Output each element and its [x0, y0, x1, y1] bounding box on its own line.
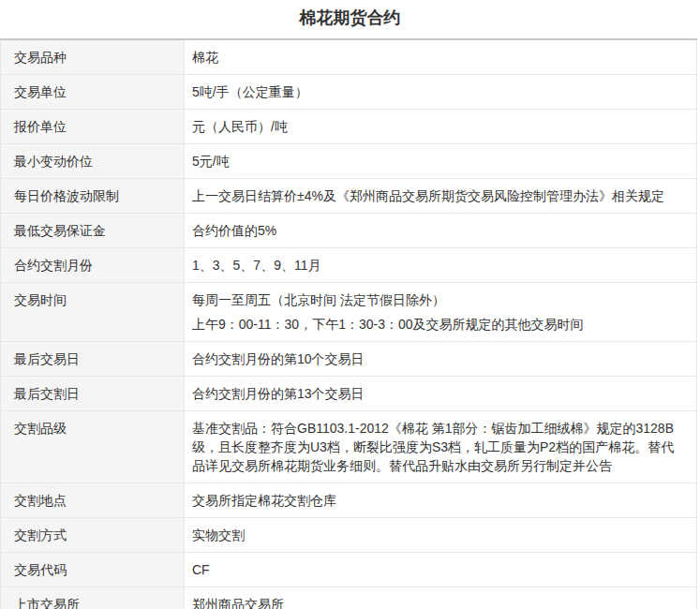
row-value-quote-unit: 元（人民币）/吨: [185, 110, 697, 144]
table-row: 交易时间 每周一至周五（北京时间 法定节假日除外） 上午9：00-11：30，下…: [1, 283, 697, 342]
row-label-daily-price-limit: 每日价格波动限制: [1, 179, 185, 214]
trading-hours-line-2: 上午9：00-11：30，下午1：30-3：00及交易所规定的其他交易时间: [192, 315, 685, 334]
row-value-delivery-place: 交易所指定棉花交割仓库: [185, 483, 697, 518]
row-value-trading-unit: 5吨/手（公定重量）: [185, 75, 697, 110]
row-value-last-delivery-day: 合约交割月份的第13个交易日: [185, 377, 697, 411]
row-label-delivery-method: 交割方式: [1, 518, 185, 553]
table-row: 合约交割月份 1、3、5、7、9、11月: [1, 248, 697, 283]
row-label-quote-unit: 报价单位: [1, 110, 185, 144]
table-row: 最小变动价位 5元/吨: [1, 144, 697, 179]
row-value-listing-exchange: 郑州商品交易所: [185, 587, 697, 609]
row-value-trading-variety: 棉花: [185, 39, 697, 75]
row-label-min-tick: 最小变动价位: [1, 144, 185, 179]
table-row: 交易代码 CF: [1, 553, 697, 587]
contract-spec-table: 交易品种 棉花 交易单位 5吨/手（公定重量） 报价单位 元（人民币）/吨 最小…: [0, 38, 697, 609]
row-label-last-trading-day: 最后交易日: [1, 342, 185, 377]
row-value-trading-hours: 每周一至周五（北京时间 法定节假日除外） 上午9：00-11：30，下午1：30…: [185, 283, 697, 342]
row-label-trading-variety: 交易品种: [1, 39, 185, 75]
row-label-delivery-grade: 交割品级: [1, 411, 185, 483]
row-value-last-trading-day: 合约交割月份的第10个交易日: [185, 342, 697, 377]
row-value-delivery-grade: 基准交割品：符合GB1103.1-2012《棉花 第1部分：锯齿加工细绒棉》规定…: [185, 411, 697, 483]
table-row: 最后交割日 合约交割月份的第13个交易日: [1, 377, 697, 411]
row-value-min-tick: 5元/吨: [185, 144, 697, 179]
table-row: 最低交易保证金 合约价值的5%: [1, 214, 697, 248]
table-row: 每日价格波动限制 上一交易日结算价±4%及《郑州商品交易所期货交易风险控制管理办…: [1, 179, 697, 214]
row-label-trading-hours: 交易时间: [1, 283, 185, 342]
row-label-delivery-months: 合约交割月份: [1, 248, 185, 283]
row-value-min-margin: 合约价值的5%: [185, 214, 697, 248]
page-title: 棉花期货合约: [0, 0, 700, 38]
table-row: 上市交易所 郑州商品交易所: [1, 587, 697, 609]
table-row: 交割方式 实物交割: [1, 518, 697, 553]
row-label-trading-code: 交易代码: [1, 553, 185, 587]
table-row: 交易单位 5吨/手（公定重量）: [1, 75, 697, 110]
row-value-trading-code: CF: [185, 553, 697, 587]
row-label-last-delivery-day: 最后交割日: [1, 377, 185, 411]
row-value-delivery-method: 实物交割: [185, 518, 697, 553]
row-label-listing-exchange: 上市交易所: [1, 587, 185, 609]
trading-hours-line-1: 每周一至周五（北京时间 法定节假日除外）: [192, 290, 685, 309]
row-label-delivery-place: 交割地点: [1, 483, 185, 518]
table-row: 交割品级 基准交割品：符合GB1103.1-2012《棉花 第1部分：锯齿加工细…: [1, 411, 697, 483]
row-label-min-margin: 最低交易保证金: [1, 214, 185, 248]
row-value-daily-price-limit: 上一交易日结算价±4%及《郑州商品交易所期货交易风险控制管理办法》相关规定: [185, 179, 697, 214]
table-row: 交割地点 交易所指定棉花交割仓库: [1, 483, 697, 518]
table-row: 最后交易日 合约交割月份的第10个交易日: [1, 342, 697, 377]
row-label-trading-unit: 交易单位: [1, 75, 185, 110]
table-row: 交易品种 棉花: [1, 39, 697, 75]
row-value-delivery-months: 1、3、5、7、9、11月: [185, 248, 697, 283]
table-row: 报价单位 元（人民币）/吨: [1, 110, 697, 144]
